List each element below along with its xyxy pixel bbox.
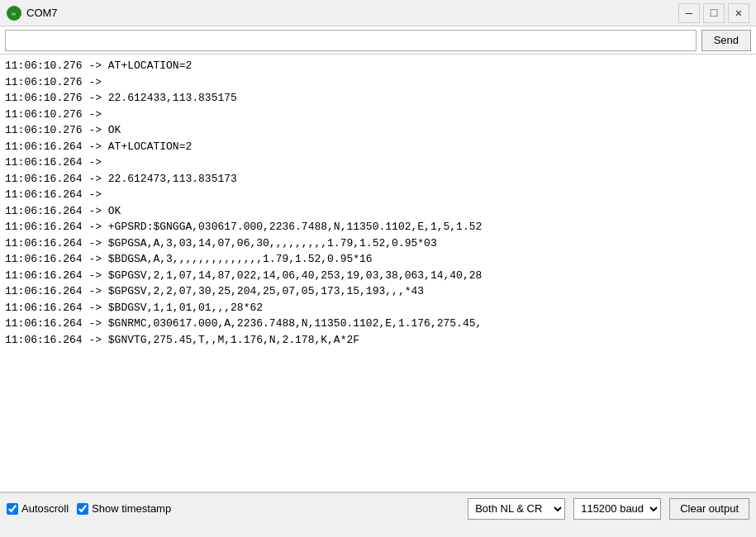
maximize-button[interactable]: □ xyxy=(703,3,725,23)
autoscroll-label[interactable]: Autoscroll xyxy=(7,502,69,515)
timestamp-text: Show timestamp xyxy=(92,502,171,515)
minimize-button[interactable]: — xyxy=(678,3,700,23)
bottom-bar: Autoscroll Show timestamp No line ending… xyxy=(0,492,756,524)
clear-output-button[interactable]: Clear output xyxy=(669,498,749,520)
output-area[interactable]: 11:06:10.276 -> AT+LOCATION=2 11:06:10.2… xyxy=(0,55,756,492)
timestamp-checkbox[interactable] xyxy=(77,503,88,515)
autoscroll-checkbox[interactable] xyxy=(7,503,18,515)
serial-input[interactable] xyxy=(5,30,697,51)
svg-text:∞: ∞ xyxy=(12,11,16,17)
send-button[interactable]: Send xyxy=(701,30,751,51)
app-icon: ∞ xyxy=(7,6,21,21)
line-ending-select[interactable]: No line endingNewlineCarriage returnBoth… xyxy=(468,498,565,520)
input-row: Send xyxy=(0,26,756,55)
autoscroll-text: Autoscroll xyxy=(21,502,69,515)
close-button[interactable]: ✕ xyxy=(728,3,749,23)
timestamp-label[interactable]: Show timestamp xyxy=(77,502,171,515)
baud-select[interactable]: 300 baud1200 baud2400 baud4800 baud9600 … xyxy=(573,498,661,520)
window-controls: — □ ✕ xyxy=(678,3,749,23)
window-title: COM7 xyxy=(26,7,678,19)
title-bar: ∞ COM7 — □ ✕ xyxy=(0,0,756,26)
